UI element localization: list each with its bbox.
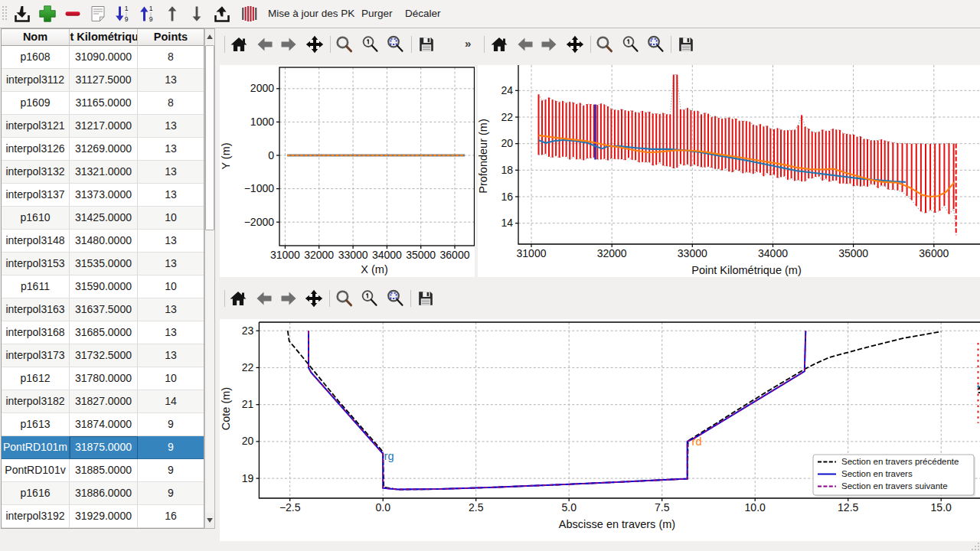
svg-text:31000: 31000 — [517, 247, 547, 259]
svg-text:Y (m): Y (m) — [220, 142, 232, 169]
svg-text:23: 23 — [242, 324, 254, 337]
svg-text:1: 1 — [149, 5, 153, 12]
svg-text:20: 20 — [242, 435, 254, 447]
svg-text:−2.5: −2.5 — [279, 501, 301, 514]
svg-text:34000: 34000 — [372, 249, 402, 261]
svg-text:31000: 31000 — [270, 249, 300, 261]
svg-text:35000: 35000 — [838, 247, 868, 259]
svg-text:X (m): X (m) — [361, 263, 387, 276]
svg-text:2.5: 2.5 — [469, 501, 484, 514]
svg-text:16: 16 — [501, 191, 513, 203]
svg-text:32000: 32000 — [597, 247, 627, 259]
svg-text:Profondeur (m): Profondeur (m) — [478, 119, 489, 194]
svg-text:1: 1 — [125, 5, 129, 12]
svg-text:2000: 2000 — [250, 82, 274, 94]
svg-text:9: 9 — [125, 15, 129, 23]
svg-text:22: 22 — [501, 111, 513, 123]
svg-text:15.0: 15.0 — [931, 501, 952, 514]
svg-text:10.0: 10.0 — [745, 501, 766, 514]
svg-text:Point Kilométrique (m): Point Kilométrique (m) — [691, 264, 801, 276]
svg-text:Abscisse en travers (m): Abscisse en travers (m) — [559, 518, 675, 530]
svg-text:14: 14 — [501, 217, 513, 229]
svg-text:34000: 34000 — [758, 247, 788, 259]
svg-text:35000: 35000 — [406, 249, 436, 261]
svg-text:Section en travers précédente: Section en travers précédente — [841, 457, 959, 466]
svg-text:24: 24 — [501, 84, 513, 96]
svg-text:36000: 36000 — [440, 249, 470, 261]
svg-text:19: 19 — [242, 472, 254, 484]
svg-text:1000: 1000 — [250, 116, 274, 128]
svg-text:33000: 33000 — [678, 247, 707, 259]
svg-text:rg: rg — [384, 450, 394, 462]
svg-text:32000: 32000 — [304, 249, 334, 261]
svg-text:−1000: −1000 — [244, 182, 275, 194]
svg-text:20: 20 — [501, 137, 513, 149]
svg-text:0.0: 0.0 — [375, 501, 390, 514]
svg-text:9: 9 — [149, 15, 153, 23]
svg-text:18: 18 — [501, 164, 513, 176]
svg-text:Cote (m): Cote (m) — [220, 387, 232, 430]
svg-text:Section en travers suivante: Section en travers suivante — [841, 481, 948, 491]
svg-text:rd: rd — [692, 435, 702, 448]
svg-text:12.5: 12.5 — [838, 501, 858, 514]
svg-text:21: 21 — [242, 398, 254, 410]
svg-text:5.0: 5.0 — [561, 501, 577, 514]
svg-text:−2000: −2000 — [244, 216, 275, 228]
svg-text:0: 0 — [268, 149, 274, 161]
svg-text:33000: 33000 — [338, 249, 368, 261]
svg-text:Section en travers: Section en travers — [841, 469, 913, 478]
svg-text:36000: 36000 — [919, 247, 949, 259]
svg-text:7.5: 7.5 — [655, 501, 670, 514]
svg-text:22: 22 — [242, 361, 254, 373]
